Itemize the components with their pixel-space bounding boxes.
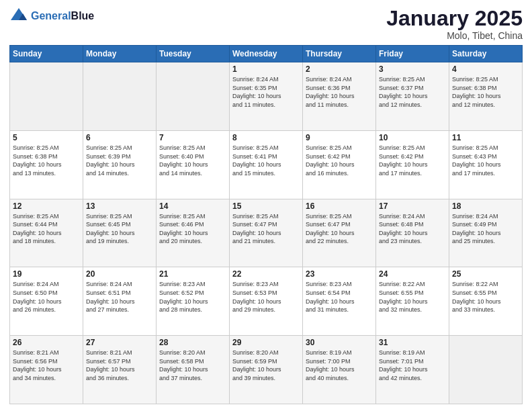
calendar-header-row: Sunday Monday Tuesday Wednesday Thursday… xyxy=(10,46,523,62)
calendar-week-4: 19Sunrise: 8:24 AM Sunset: 6:50 PM Dayli… xyxy=(10,267,523,336)
day-info: Sunrise: 8:25 AM Sunset: 6:38 PM Dayligh… xyxy=(13,144,80,177)
day-info: Sunrise: 8:25 AM Sunset: 6:42 PM Dayligh… xyxy=(379,144,446,177)
day-info: Sunrise: 8:25 AM Sunset: 6:47 PM Dayligh… xyxy=(232,212,300,246)
table-row: 2Sunrise: 8:24 AM Sunset: 6:36 PM Daylig… xyxy=(303,62,376,131)
day-number: 27 xyxy=(86,338,153,347)
table-row: 16Sunrise: 8:25 AM Sunset: 6:47 PM Dayli… xyxy=(303,199,376,267)
table-row: 3Sunrise: 8:25 AM Sunset: 6:37 PM Daylig… xyxy=(376,62,449,131)
table-row: 1Sunrise: 8:24 AM Sunset: 6:35 PM Daylig… xyxy=(230,62,303,131)
day-info: Sunrise: 8:25 AM Sunset: 6:37 PM Dayligh… xyxy=(379,75,446,109)
day-number: 2 xyxy=(306,64,373,74)
col-monday: Monday xyxy=(83,46,157,62)
table-row: 14Sunrise: 8:25 AM Sunset: 6:46 PM Dayli… xyxy=(157,199,230,267)
table-row xyxy=(83,62,157,131)
table-row: 29Sunrise: 8:20 AM Sunset: 6:59 PM Dayli… xyxy=(230,336,303,404)
day-info: Sunrise: 8:21 AM Sunset: 6:57 PM Dayligh… xyxy=(86,349,153,382)
table-row xyxy=(157,62,230,131)
table-row: 25Sunrise: 8:22 AM Sunset: 6:55 PM Dayli… xyxy=(449,267,523,336)
table-row: 30Sunrise: 8:19 AM Sunset: 7:00 PM Dayli… xyxy=(303,336,376,404)
table-row: 12Sunrise: 8:25 AM Sunset: 6:44 PM Dayli… xyxy=(10,199,83,267)
calendar-week-3: 12Sunrise: 8:25 AM Sunset: 6:44 PM Dayli… xyxy=(10,199,523,267)
day-number: 5 xyxy=(13,133,80,142)
day-number: 3 xyxy=(379,64,446,74)
table-row xyxy=(10,62,83,131)
day-number: 6 xyxy=(86,133,153,142)
col-sunday: Sunday xyxy=(10,46,83,62)
col-tuesday: Tuesday xyxy=(157,46,230,62)
col-saturday: Saturday xyxy=(449,46,523,62)
day-info: Sunrise: 8:20 AM Sunset: 6:58 PM Dayligh… xyxy=(159,349,226,382)
day-info: Sunrise: 8:25 AM Sunset: 6:42 PM Dayligh… xyxy=(306,144,373,177)
day-number: 11 xyxy=(452,133,519,142)
day-number: 16 xyxy=(306,201,373,211)
col-wednesday: Wednesday xyxy=(230,46,303,62)
day-number: 4 xyxy=(452,64,519,74)
day-number: 22 xyxy=(232,269,300,279)
subtitle: Molo, Tibet, China xyxy=(386,30,523,41)
day-number: 24 xyxy=(379,269,446,279)
table-row: 19Sunrise: 8:24 AM Sunset: 6:50 PM Dayli… xyxy=(10,267,83,336)
day-number: 7 xyxy=(159,133,226,142)
day-info: Sunrise: 8:25 AM Sunset: 6:47 PM Dayligh… xyxy=(306,212,373,246)
logo-icon xyxy=(9,7,28,26)
day-number: 13 xyxy=(86,201,153,211)
header: GeneralBlue January 2025 Molo, Tibet, Ch… xyxy=(9,7,523,41)
table-row: 13Sunrise: 8:25 AM Sunset: 6:45 PM Dayli… xyxy=(83,199,157,267)
table-row xyxy=(449,336,523,404)
table-row: 17Sunrise: 8:24 AM Sunset: 6:48 PM Dayli… xyxy=(376,199,449,267)
day-number: 23 xyxy=(306,269,373,279)
table-row: 10Sunrise: 8:25 AM Sunset: 6:42 PM Dayli… xyxy=(376,130,449,199)
table-row: 9Sunrise: 8:25 AM Sunset: 6:42 PM Daylig… xyxy=(303,130,376,199)
calendar-table: Sunday Monday Tuesday Wednesday Thursday… xyxy=(9,45,523,404)
day-info: Sunrise: 8:23 AM Sunset: 6:52 PM Dayligh… xyxy=(159,280,226,314)
day-info: Sunrise: 8:25 AM Sunset: 6:45 PM Dayligh… xyxy=(86,212,153,246)
day-number: 19 xyxy=(13,269,80,279)
col-friday: Friday xyxy=(376,46,449,62)
day-number: 21 xyxy=(159,269,226,279)
table-row: 18Sunrise: 8:24 AM Sunset: 6:49 PM Dayli… xyxy=(449,199,523,267)
day-info: Sunrise: 8:25 AM Sunset: 6:43 PM Dayligh… xyxy=(452,144,519,177)
day-info: Sunrise: 8:25 AM Sunset: 6:46 PM Dayligh… xyxy=(159,212,226,246)
day-info: Sunrise: 8:23 AM Sunset: 6:54 PM Dayligh… xyxy=(306,280,373,314)
day-number: 18 xyxy=(452,201,519,211)
calendar-week-1: 1Sunrise: 8:24 AM Sunset: 6:35 PM Daylig… xyxy=(10,62,523,131)
day-info: Sunrise: 8:25 AM Sunset: 6:41 PM Dayligh… xyxy=(232,144,300,177)
day-number: 8 xyxy=(232,133,300,142)
day-info: Sunrise: 8:19 AM Sunset: 7:01 PM Dayligh… xyxy=(379,349,446,382)
day-number: 17 xyxy=(379,201,446,211)
table-row: 23Sunrise: 8:23 AM Sunset: 6:54 PM Dayli… xyxy=(303,267,376,336)
day-number: 12 xyxy=(13,201,80,211)
day-info: Sunrise: 8:22 AM Sunset: 6:55 PM Dayligh… xyxy=(452,280,519,314)
table-row: 15Sunrise: 8:25 AM Sunset: 6:47 PM Dayli… xyxy=(230,199,303,267)
day-number: 9 xyxy=(306,133,373,142)
day-number: 15 xyxy=(232,201,300,211)
day-number: 10 xyxy=(379,133,446,142)
day-info: Sunrise: 8:25 AM Sunset: 6:38 PM Dayligh… xyxy=(452,75,519,109)
calendar-week-2: 5Sunrise: 8:25 AM Sunset: 6:38 PM Daylig… xyxy=(10,130,523,199)
day-number: 26 xyxy=(13,338,80,347)
table-row: 22Sunrise: 8:23 AM Sunset: 6:53 PM Dayli… xyxy=(230,267,303,336)
title-block: January 2025 Molo, Tibet, China xyxy=(386,7,523,41)
page: GeneralBlue January 2025 Molo, Tibet, Ch… xyxy=(0,0,532,411)
table-row: 4Sunrise: 8:25 AM Sunset: 6:38 PM Daylig… xyxy=(449,62,523,131)
day-info: Sunrise: 8:22 AM Sunset: 6:55 PM Dayligh… xyxy=(379,280,446,314)
table-row: 5Sunrise: 8:25 AM Sunset: 6:38 PM Daylig… xyxy=(10,130,83,199)
logo-text: GeneralBlue xyxy=(31,10,94,22)
table-row: 31Sunrise: 8:19 AM Sunset: 7:01 PM Dayli… xyxy=(376,336,449,404)
day-info: Sunrise: 8:24 AM Sunset: 6:36 PM Dayligh… xyxy=(306,75,373,109)
day-number: 31 xyxy=(379,338,446,347)
table-row: 6Sunrise: 8:25 AM Sunset: 6:39 PM Daylig… xyxy=(83,130,157,199)
table-row: 27Sunrise: 8:21 AM Sunset: 6:57 PM Dayli… xyxy=(83,336,157,404)
day-info: Sunrise: 8:23 AM Sunset: 6:53 PM Dayligh… xyxy=(232,280,300,314)
table-row: 26Sunrise: 8:21 AM Sunset: 6:56 PM Dayli… xyxy=(10,336,83,404)
day-number: 1 xyxy=(232,64,300,74)
table-row: 8Sunrise: 8:25 AM Sunset: 6:41 PM Daylig… xyxy=(230,130,303,199)
day-number: 29 xyxy=(232,338,300,347)
day-info: Sunrise: 8:25 AM Sunset: 6:40 PM Dayligh… xyxy=(159,144,226,177)
day-number: 20 xyxy=(86,269,153,279)
table-row: 20Sunrise: 8:24 AM Sunset: 6:51 PM Dayli… xyxy=(83,267,157,336)
day-number: 28 xyxy=(159,338,226,347)
day-info: Sunrise: 8:21 AM Sunset: 6:56 PM Dayligh… xyxy=(13,349,80,382)
main-title: January 2025 xyxy=(386,7,523,30)
day-info: Sunrise: 8:19 AM Sunset: 7:00 PM Dayligh… xyxy=(306,349,373,382)
